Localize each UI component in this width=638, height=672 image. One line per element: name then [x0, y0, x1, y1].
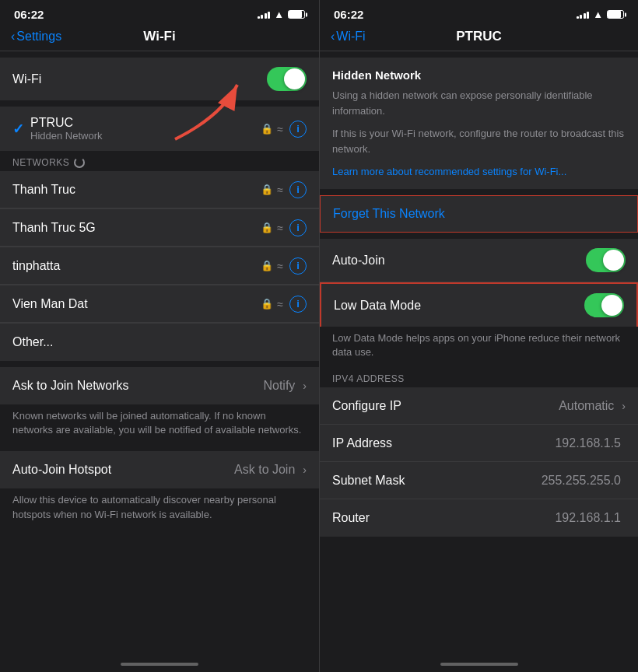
ask-to-join-row[interactable]: Ask to Join Networks Notify ›	[0, 367, 319, 404]
checkmark-icon: ✓	[12, 121, 24, 138]
left-nav-title: Wi-Fi	[143, 29, 175, 44]
low-data-desc: Low Data Mode helps apps on your iPhone …	[320, 327, 638, 367]
chevron-right-icon: ›	[303, 380, 307, 392]
lock-icon: 🔒	[261, 123, 273, 135]
list-item[interactable]: Vien Man Dat 🔒 ≈ i	[0, 285, 319, 323]
low-data-label: Low Data Mode	[334, 299, 584, 313]
list-item[interactable]: tinphatta 🔒 ≈ i	[0, 247, 319, 285]
left-time: 06:22	[14, 8, 44, 21]
wifi-toggle-row[interactable]: Wi-Fi	[0, 58, 319, 100]
network-name: tinphatta	[12, 259, 261, 273]
hidden-network-link[interactable]: Learn more about recommended settings fo…	[332, 166, 566, 177]
network-name: Vien Man Dat	[12, 297, 261, 311]
connected-network-info: PTRUC Hidden Network	[30, 116, 261, 142]
info-button[interactable]: i	[289, 121, 307, 138]
hidden-network-title: Hidden Network	[332, 68, 626, 82]
networks-section: Thanh Truc 🔒 ≈ i Thanh Truc 5G 🔒 ≈ i tin…	[0, 171, 319, 361]
wifi-label: Wi-Fi	[12, 72, 267, 86]
networks-header: NETWORKS	[0, 151, 319, 171]
lock-icon: 🔒	[261, 260, 273, 271]
wifi-signal-icon: ≈	[277, 123, 283, 135]
loading-spinner	[74, 157, 85, 168]
ask-to-join-section: Ask to Join Networks Notify ›	[0, 367, 319, 404]
right-home-indicator	[320, 656, 638, 672]
home-bar	[121, 663, 198, 666]
connected-network-name: PTRUC	[30, 116, 261, 130]
low-data-toggle[interactable]	[584, 293, 624, 317]
ipv4-header: IPV4 ADDRESS	[320, 367, 638, 387]
left-panel: 06:22 ▲ ‹ Settings Wi-Fi Wi-Fi	[0, 0, 319, 672]
auto-join-hotspot-label: Auto-Join Hotspot	[12, 463, 234, 477]
hidden-network-desc1: Using a hidden network can expose person…	[332, 88, 626, 118]
lock-icon: 🔒	[261, 222, 273, 233]
right-status-bar: 06:22 ▲	[320, 0, 638, 26]
right-nav-bar: ‹ Wi-Fi PTRUC	[320, 26, 638, 51]
chevron-right-icon: ›	[622, 400, 626, 412]
auto-join-toggle[interactable]	[586, 248, 626, 272]
router-row: Router 192.168.1.1	[320, 499, 638, 537]
network-name: Thanh Truc 5G	[12, 221, 261, 235]
wifi-status-icon: ▲	[593, 9, 603, 20]
ip-address-row: IP Address 192.168.1.5	[320, 425, 638, 462]
configure-ip-label: Configure IP	[332, 399, 559, 413]
router-label: Router	[332, 511, 555, 525]
forget-network-label: Forget This Network	[333, 207, 445, 220]
right-nav-title: PTRUC	[456, 29, 502, 44]
right-panel: 06:22 ▲ ‹ Wi-Fi PTRUC Hidden Network Usi…	[319, 0, 638, 672]
other-network-row[interactable]: Other...	[0, 324, 319, 361]
auto-join-label: Auto-Join	[332, 254, 586, 268]
configure-ip-value: Automatic	[559, 399, 614, 413]
auto-join-hotspot-row[interactable]: Auto-Join Hotspot Ask to Join ›	[0, 451, 319, 488]
forget-network-row[interactable]: Forget This Network	[320, 195, 638, 233]
info-button[interactable]: i	[289, 181, 307, 198]
auto-join-hotspot-value: Ask to Join	[234, 463, 295, 477]
info-button[interactable]: i	[289, 296, 307, 313]
left-nav-bar: ‹ Settings Wi-Fi	[0, 26, 319, 51]
auto-join-row[interactable]: Auto-Join	[320, 239, 638, 282]
subnet-mask-value: 255.255.255.0	[542, 474, 621, 488]
right-content: Hidden Network Using a hidden network ca…	[320, 51, 638, 656]
auto-join-section: Auto-Join Low Data Mode	[320, 239, 638, 327]
wifi-toggle[interactable]	[267, 67, 307, 91]
list-item[interactable]: Thanh Truc 5G 🔒 ≈ i	[0, 209, 319, 247]
right-back-label: Wi-Fi	[336, 30, 365, 44]
list-item[interactable]: Thanh Truc 🔒 ≈ i	[0, 171, 319, 208]
low-data-mode-row[interactable]: Low Data Mode	[320, 282, 638, 327]
left-status-icons: ▲	[258, 9, 305, 20]
right-status-icons: ▲	[577, 9, 624, 20]
wifi-section: Wi-Fi	[0, 58, 319, 100]
left-status-bar: 06:22 ▲	[0, 0, 319, 26]
hidden-network-box: Hidden Network Using a hidden network ca…	[320, 58, 638, 189]
lock-icon: 🔒	[261, 298, 273, 310]
lock-icon: 🔒	[261, 184, 273, 195]
networks-header-label: NETWORKS	[12, 157, 69, 168]
network-name: Thanh Truc	[12, 183, 261, 197]
right-back-button[interactable]: ‹ Wi-Fi	[331, 30, 366, 44]
ip-address-value: 192.168.1.5	[555, 436, 621, 450]
connected-network-section: ✓ PTRUC Hidden Network 🔒 ≈ i	[0, 107, 319, 151]
chevron-right-icon: ›	[303, 464, 307, 476]
wifi-status-icon: ▲	[274, 9, 284, 20]
wifi-signal-icon: ≈	[277, 222, 283, 234]
right-home-bar	[440, 663, 518, 666]
back-label: Settings	[16, 30, 61, 44]
signal-bars-icon	[258, 10, 271, 19]
connected-network-sublabel: Hidden Network	[30, 130, 261, 142]
subnet-mask-label: Subnet Mask	[332, 474, 542, 488]
wifi-signal-icon: ≈	[277, 184, 283, 196]
ask-to-join-desc: Known networks will be joined automatica…	[0, 404, 319, 445]
connected-network-row[interactable]: ✓ PTRUC Hidden Network 🔒 ≈ i	[0, 107, 319, 151]
battery-icon	[607, 10, 624, 19]
info-button[interactable]: i	[289, 257, 307, 275]
configure-ip-row[interactable]: Configure IP Automatic ›	[320, 387, 638, 425]
hidden-network-desc2: If this is your Wi-Fi network, configure…	[332, 126, 626, 156]
home-indicator	[0, 656, 319, 672]
router-value: 192.168.1.1	[555, 511, 621, 525]
ask-to-join-label: Ask to Join Networks	[12, 379, 263, 393]
info-button[interactable]: i	[289, 219, 307, 236]
ipv4-section: Configure IP Automatic › IP Address 192.…	[320, 387, 638, 537]
back-button[interactable]: ‹ Settings	[11, 30, 61, 44]
ask-to-join-value: Notify	[263, 379, 295, 393]
right-time: 06:22	[334, 8, 363, 21]
other-label: Other...	[12, 335, 307, 349]
